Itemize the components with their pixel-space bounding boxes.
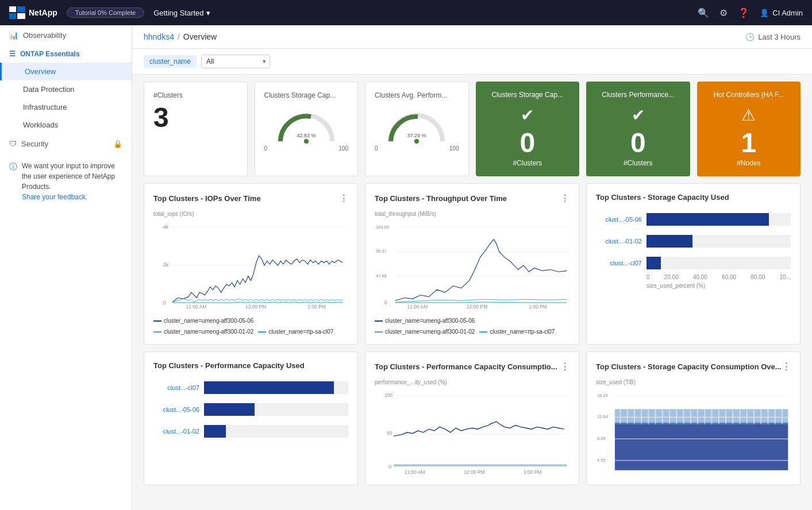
perf-bar-label-2: clust...-01-02 [153,428,199,435]
svg-text:1:00 PM: 1:00 PM [307,304,326,310]
svg-text:4.55: 4.55 [597,458,606,463]
perf-bar-row-2: clust...-01-02 [153,425,348,438]
throughput-chart-card: Top Clusters - Throughput Over Time ⋮ to… [365,183,579,345]
iops-menu-icon[interactable]: ⋮ [339,193,348,204]
storage-area-chart-menu[interactable]: ⋮ [782,361,791,372]
bar-fill-0 [646,213,769,226]
check-icon-perf: ✔ [632,106,645,125]
svg-text:95.37: 95.37 [376,249,387,254]
top-navigation: NetApp Tutorial 0% Complete Getting Star… [0,0,812,25]
breadcrumb-parent[interactable]: hhndks4 [144,32,174,41]
storage-area-chart-card: Top Clusters - Storage Capacity Consumpt… [586,351,801,485]
sidebar-item-workloads[interactable]: Workloads [0,116,132,134]
iops-legend-1: cluster_name=umeng-aff300-05-06 [153,318,253,324]
perf-bar-row-0: clust...-cl07 [153,381,348,394]
perf-bar-track-2 [204,425,348,438]
bar-fill-2 [646,257,661,269]
storage-area-y-label: size_used (TiB) [596,379,791,385]
clusters-storage-status-label: #Clusters [513,159,542,167]
x-tick-4: 80.00 [751,274,765,280]
time-selector[interactable]: 🕒 Last 3 Hours [745,33,801,41]
help-icon[interactable]: ❓ [738,7,749,18]
svg-text:1:00 PM: 1:00 PM [524,469,542,474]
throughput-line-chart: 143.05 95.37 47.68 0 11:00 AM 12:00 PM 1… [375,219,569,311]
clusters-storage-status-title: Clusters Storage Cap... [491,91,563,99]
legend-line-2 [153,331,161,333]
storage-area-chart-title-text: Top Clusters - Storage Capacity Consumpt… [596,362,782,371]
gear-icon[interactable]: ⚙ [719,7,728,18]
throughput-legend-2: cluster_name=umeng-aff300-01-02 [375,329,475,335]
iops-legend-label-1: cluster_name=umeng-aff300-05-06 [164,318,253,324]
main-content: hhndks4 / Overview 🕒 Last 3 Hours cluste… [132,25,812,510]
lock-icon: 🔒 [113,140,122,148]
filter-value-wrapper: All [201,55,270,68]
gauge-max-perf: 100 [449,145,459,152]
svg-text:1:00 PM: 1:00 PM [529,304,547,310]
breadcrumb-separator: / [178,32,180,41]
svg-text:0: 0 [388,464,391,470]
filter-bar: cluster_name All [132,49,812,75]
getting-started-menu[interactable]: Getting Started ▾ [153,9,210,17]
svg-rect-2 [9,13,16,19]
getting-started-label: Getting Started [153,9,203,17]
storage-capacity-bars: clust...-05-06 clust...-01-02 clust...-c… [596,213,791,269]
sidebar-item-data-protection[interactable]: Data Protection [0,80,132,98]
shield-icon: 🛡 [9,140,17,148]
perf-capacity-line-title-text: Top Clusters - Performance Capacity Cons… [375,362,557,371]
perf-capacity-line-menu[interactable]: ⋮ [560,361,569,372]
x-tick-5: 10... [779,274,790,280]
gauge-svg-perf: 37.29 % [385,104,448,144]
time-label: Last 3 Hours [758,33,801,41]
tutorial-progress[interactable]: Tutorial 0% Complete [67,7,144,18]
gauge-labels-perf: 0 100 [375,145,459,152]
clusters-perf-status-label: #Clusters [624,159,653,167]
filter-value-select[interactable]: All [201,55,270,68]
svg-point-4 [304,139,309,144]
data-protection-label: Data Protection [23,85,75,94]
storage-capacity-bar-card: Top Clusters - Storage Capacity Used clu… [586,183,801,345]
svg-text:47.68: 47.68 [376,273,387,279]
bar-track-2 [646,257,791,269]
feedback-link[interactable]: Share your feedback. [22,193,87,201]
content-header: hhndks4 / Overview 🕒 Last 3 Hours [132,25,812,49]
clusters-perf-status-value: 0 [630,129,646,157]
hot-controllers-value: 1 [741,129,756,157]
hot-controllers-card: Hot Controllers (HA F... ⚠ 1 #Nodes [697,82,801,176]
gauge-max-storage: 100 [338,145,348,152]
storage-capacity-x-label: size_used_percent (%) [646,283,791,289]
bar-row-0: clust...-05-06 [596,213,791,226]
perf-bar-fill-2 [204,425,226,438]
user-label: CI Admin [772,9,803,17]
perf-capacity-bar-title: Top Clusters - Performance Capacity Used [153,361,348,370]
observability-label: Observability [23,31,66,40]
sidebar-item-overview[interactable]: Overview [0,63,132,80]
warning-icon: ⚠ [741,106,756,125]
iops-y-label: total_iops (IO/s) [153,211,348,217]
svg-text:2k: 2k [163,262,169,268]
sidebar-item-security[interactable]: 🛡 Security 🔒 [0,134,132,154]
sidebar-item-infrastructure[interactable]: Infrastructure [0,98,132,116]
legend-line-3 [258,331,266,333]
user-avatar-icon: 👤 [760,9,769,17]
svg-rect-42 [615,409,788,424]
clusters-perf-status-card: Clusters Performance... ✔ 0 #Clusters [586,82,690,176]
user-menu[interactable]: 👤 CI Admin [760,9,803,17]
perf-capacity-bar-title-text: Top Clusters - Performance Capacity Used [153,361,305,370]
sidebar: 📊 Observability ☰ ONTAP Essentials Overv… [0,25,132,510]
perf-capacity-line-title: Top Clusters - Performance Capacity Cons… [375,361,569,372]
bar-fill-1 [646,235,692,248]
perf-capacity-line-chart: 100 50 0 11:00 AM 12:00 PM 1:00 PM [375,388,569,474]
feedback-message: We want your input to improve the user e… [22,162,115,191]
bar-track-1 [646,235,791,248]
breadcrumb: hhndks4 / Overview [144,32,217,41]
perf-bar-row-1: clust...-05-06 [153,403,348,416]
clusters-storage-status-value: 0 [519,129,535,157]
svg-text:12:00 PM: 12:00 PM [464,469,484,474]
throughput-menu-icon[interactable]: ⋮ [560,193,569,204]
svg-text:12:00 PM: 12:00 PM [245,304,266,310]
throughput-legend: cluster_name=umeng-aff300-05-06 cluster_… [375,318,569,335]
charts-row-1: Top Clusters - IOPs Over Time ⋮ total_io… [132,183,812,351]
search-icon[interactable]: 🔍 [698,7,709,18]
throughput-title-text: Top Clusters - Throughput Over Time [375,194,507,203]
sidebar-item-observability[interactable]: 📊 Observability [0,25,132,45]
